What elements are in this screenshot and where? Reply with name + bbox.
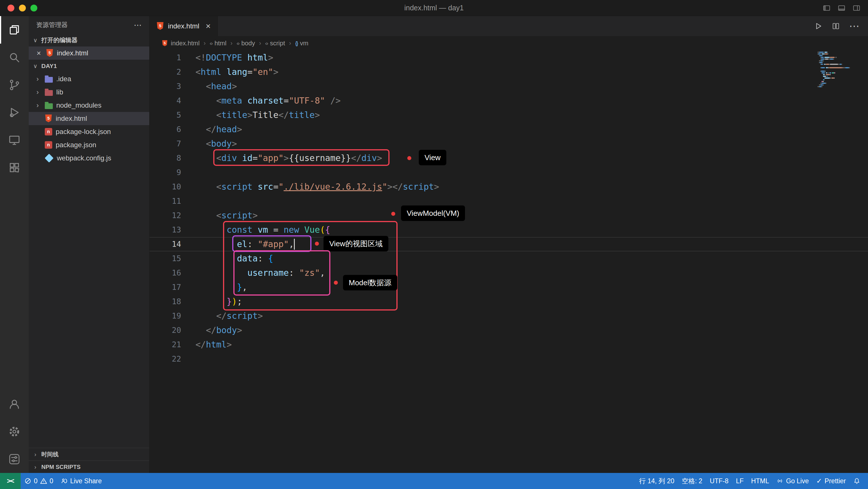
open-editors-label: 打开的编辑器: [41, 36, 78, 44]
annotation-dot: [334, 281, 338, 285]
toggle-secondary-sidebar-icon[interactable]: [852, 4, 861, 12]
code-text[interactable]: <title>Title</title>: [181, 108, 320, 122]
chevron-right-icon[interactable]: ›: [34, 101, 41, 109]
code-text[interactable]: <html lang="en">: [181, 65, 278, 79]
tab-index-html[interactable]: 5 index.html ×: [150, 16, 218, 36]
go-live-label: Go Live: [786, 477, 809, 485]
timeline-section-header[interactable]: › 时间线: [29, 448, 149, 460]
npm-scripts-section-header[interactable]: › NPM SCRIPTS: [29, 460, 149, 473]
annotation-dot: [407, 156, 411, 160]
code-text[interactable]: [181, 352, 195, 366]
chevron-right-icon[interactable]: ›: [34, 88, 41, 96]
breadcrumb-item-body[interactable]: ‹›body: [237, 40, 255, 47]
prettier-button[interactable]: ✓ Prettier: [813, 473, 849, 489]
open-editors-section-header[interactable]: ∨ 打开的编辑器: [29, 34, 149, 46]
breadcrumb-item-index.html[interactable]: 5index.html: [161, 39, 199, 47]
indentation-setting[interactable]: 空格: 2: [678, 473, 706, 489]
code-row: 2<html lang="en">: [150, 65, 868, 79]
line-number: 18: [150, 294, 181, 309]
timeline-label: 时间线: [41, 451, 59, 458]
code-text[interactable]: [181, 165, 195, 180]
chevron-down-icon: ∨: [32, 37, 39, 44]
sidebar-header: 资源管理器 ⋯: [29, 16, 149, 34]
code-text[interactable]: </body>: [181, 323, 242, 337]
run-file-icon[interactable]: [814, 22, 823, 30]
line-number: 7: [150, 137, 181, 151]
remote-indicator[interactable]: ><: [0, 473, 21, 489]
language-mode[interactable]: HTML: [747, 473, 773, 489]
breadcrumb-item-vm[interactable]: {}vm: [295, 40, 308, 47]
chevron-right-icon[interactable]: ›: [34, 75, 41, 83]
sidebar-bottom-sections: › 时间线 › NPM SCRIPTS: [29, 448, 149, 473]
line-number: 17: [150, 280, 181, 294]
line-number: 20: [150, 323, 181, 337]
close-tab-icon[interactable]: ×: [206, 21, 211, 31]
code-text[interactable]: </html>: [181, 337, 231, 352]
go-live-button[interactable]: Go Live: [773, 473, 812, 489]
zoom-window-button[interactable]: [30, 5, 37, 11]
file-name: webpack.config.js: [57, 154, 111, 162]
line-number: 14: [150, 237, 181, 251]
check-icon: ✓: [816, 477, 822, 485]
toggle-panel-icon[interactable]: [838, 4, 846, 12]
tree-item-package.json[interactable]: npackage.json: [29, 138, 149, 152]
live-share-button[interactable]: Live Share: [57, 473, 105, 489]
broadcast-icon: [776, 478, 783, 484]
more-actions-icon[interactable]: ⋯: [134, 20, 142, 30]
run-debug-icon[interactable]: [0, 99, 29, 126]
file-name: index.html: [56, 115, 87, 123]
settings-gear-icon[interactable]: [0, 418, 29, 445]
file-name: .idea: [56, 75, 71, 83]
bell-icon[interactable]: [849, 473, 864, 489]
code-row: 6 </head>: [150, 122, 868, 137]
code-text[interactable]: <body>: [181, 137, 237, 151]
code-text[interactable]: <head>: [181, 79, 237, 94]
open-editor-item[interactable]: × 5 index.html: [29, 46, 149, 60]
window-title: index.html — day1: [0, 4, 868, 12]
code-text[interactable]: <script src="./lib/vue-2.6.12.js"></scri…: [181, 180, 439, 194]
code-row: 11: [150, 194, 868, 208]
close-window-button[interactable]: [7, 5, 14, 11]
encoding-setting[interactable]: UTF-8: [706, 473, 732, 489]
minimap[interactable]: [817, 52, 861, 98]
tree-item-package-lock.json[interactable]: npackage-lock.json: [29, 125, 149, 138]
tree-item-.idea[interactable]: ›.idea: [29, 72, 149, 86]
close-icon[interactable]: ×: [35, 49, 42, 58]
remote-explorer-icon[interactable]: [0, 126, 29, 154]
code-row: 19 </script>: [150, 309, 868, 323]
more-actions-icon[interactable]: ⋯: [849, 23, 859, 29]
folder-icon: [45, 90, 53, 96]
minimize-window-button[interactable]: [19, 5, 26, 11]
breadcrumb-item-html[interactable]: ‹›html: [210, 40, 226, 47]
code-text[interactable]: <script>: [181, 208, 258, 223]
breadcrumb-item-script[interactable]: ‹›script: [265, 40, 285, 47]
extensions-icon[interactable]: [0, 154, 29, 182]
code-text[interactable]: </script>: [181, 309, 263, 323]
line-number: 11: [150, 194, 181, 208]
code-row: 10 <script src="./lib/vue-2.6.12.js"></s…: [150, 180, 868, 194]
tune-sliders-icon[interactable]: [0, 445, 29, 473]
toggle-sidebar-icon[interactable]: [823, 4, 831, 12]
tab-bar: 5 index.html × ⋯: [150, 16, 868, 36]
tree-item-index.html[interactable]: 5index.html: [29, 112, 149, 125]
search-icon[interactable]: [0, 44, 29, 71]
folder-section-header[interactable]: ∨ DAY1: [29, 60, 149, 72]
tree-item-lib[interactable]: ›lib: [29, 86, 149, 99]
split-editor-icon[interactable]: [832, 22, 840, 30]
status-left: >< 0 0 Live Share: [0, 473, 105, 489]
accounts-icon[interactable]: [0, 390, 29, 418]
line-number: 13: [150, 223, 181, 237]
code-text[interactable]: </head>: [181, 122, 242, 137]
problems-indicator[interactable]: 0 0: [21, 473, 57, 489]
eol-setting[interactable]: LF: [732, 473, 747, 489]
code-text[interactable]: [181, 194, 195, 208]
source-control-icon[interactable]: [0, 71, 29, 99]
tree-item-webpack.config.js[interactable]: webpack.config.js: [29, 152, 149, 165]
line-number: 2: [150, 65, 181, 79]
code-text[interactable]: <meta charset="UTF-8" />: [181, 94, 341, 108]
folder-icon: [45, 103, 53, 109]
tree-item-node_modules[interactable]: ›node_modules: [29, 99, 149, 112]
explorer-icon[interactable]: [0, 16, 29, 44]
cursor-position[interactable]: 行 14, 列 20: [636, 473, 678, 489]
code-text[interactable]: <!DOCTYPE html>: [181, 51, 273, 65]
